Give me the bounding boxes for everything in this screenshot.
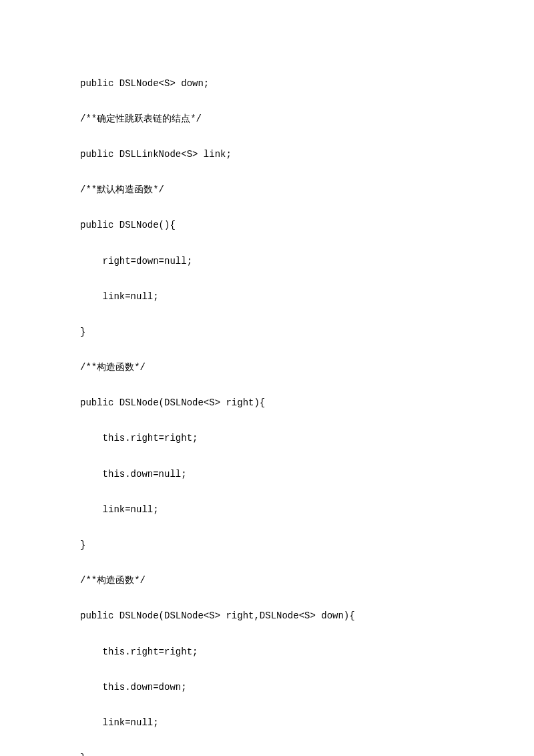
code-line: /**默认构造函数*/ xyxy=(80,181,454,199)
code-line: link=null; xyxy=(80,288,454,306)
code-line: this.right=right; xyxy=(80,643,454,661)
code-line: public DSLLinkNode<S> link; xyxy=(80,146,454,164)
code-line: right=down=null; xyxy=(80,252,454,270)
code-line: /**构造函数*/ xyxy=(80,572,454,590)
code-line: public DSLNode<S> down; xyxy=(80,75,454,93)
code-line: /**构造函数*/ xyxy=(80,359,454,377)
code-line: } xyxy=(80,749,454,756)
code-line: public DSLNode(DSLNode<S> right,DSLNode<… xyxy=(80,607,454,625)
code-line: link=null; xyxy=(80,714,454,732)
code-line: public DSLNode(DSLNode<S> right){ xyxy=(80,394,454,412)
code-line: link=null; xyxy=(80,501,454,519)
code-line: this.down=null; xyxy=(80,465,454,484)
code-line: public DSLNode(){ xyxy=(80,216,454,234)
code-document: public DSLNode<S> down; /**确定性跳跃表链的结点*/ … xyxy=(0,0,534,756)
code-line: } xyxy=(80,536,454,554)
code-line: /**确定性跳跃表链的结点*/ xyxy=(80,110,454,128)
code-line: this.right=right; xyxy=(80,429,454,447)
code-line: this.down=down; xyxy=(80,679,454,697)
code-line: } xyxy=(80,323,454,341)
